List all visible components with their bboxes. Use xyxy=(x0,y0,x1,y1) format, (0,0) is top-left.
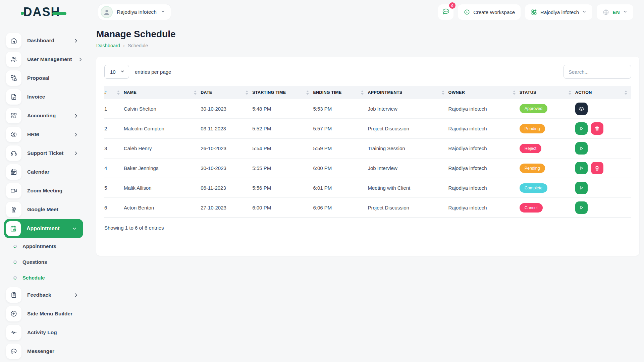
ending_time-cell: 6:06 PM xyxy=(313,198,368,218)
user-workspace-dropdown[interactable]: Rajodiya infotech xyxy=(98,4,171,20)
column-header-starting-time[interactable]: STARTING TIME xyxy=(252,86,313,99)
table-body: 1Calvin Shelton30-10-20235:48 PM5:53 PMJ… xyxy=(104,99,631,218)
sidebar-item-hrm[interactable]: HRM xyxy=(0,125,87,144)
sidebar-subitem-appointments[interactable]: Appointments xyxy=(0,238,87,254)
sidebar-item-appointment[interactable]: Appointment xyxy=(4,219,83,238)
sidebar-item-invoice[interactable]: Invoice xyxy=(0,87,87,106)
starting_time-cell: 5:48 PM xyxy=(252,99,313,119)
sidebar-item-messenger[interactable]: Messenger xyxy=(0,342,87,361)
sidebar-item-label: Appointment xyxy=(26,226,60,232)
sidebar-item-user-management[interactable]: User Management xyxy=(0,50,87,69)
column-label: DATE xyxy=(201,90,212,95)
messages-button[interactable]: 0 xyxy=(438,4,453,20)
appointment-calendar-icon xyxy=(6,221,21,236)
sidebar-item-zoom-meeting[interactable]: Zoom Meeting xyxy=(0,181,87,200)
trash-icon xyxy=(594,126,600,132)
sidebar-item-label: HRM xyxy=(27,131,39,137)
play-button[interactable] xyxy=(575,182,588,194)
sort-icon xyxy=(306,90,309,95)
ending_time-cell: 6:01 PM xyxy=(313,178,368,198)
starting_time-cell: 5:54 PM xyxy=(252,138,313,158)
table-header-row: #NAMEDATESTARTING TIMEENDING TIMEAPPOINT… xyxy=(104,86,631,99)
invoice-icon xyxy=(6,89,21,105)
appointment-cell: Project Discussion xyxy=(368,119,448,138)
sidebar-item-dashboard[interactable]: Dashboard xyxy=(0,31,87,50)
column-header-ending-time[interactable]: ENDING TIME xyxy=(313,86,368,99)
breadcrumb-dashboard-link[interactable]: Dashboard xyxy=(96,43,120,48)
search-input[interactable] xyxy=(564,65,631,79)
ending_time-cell: 5:57 PM xyxy=(313,119,368,138)
delete-button[interactable] xyxy=(591,162,603,174)
view-button[interactable] xyxy=(575,103,588,115)
play-icon xyxy=(579,185,584,191)
column-header-appointments[interactable]: APPOINTMENTS xyxy=(368,86,448,99)
sidebar-item-proposal[interactable]: Proposal xyxy=(0,69,87,87)
chevron-down-icon xyxy=(623,9,628,15)
column-header-action[interactable]: ACTION xyxy=(575,86,631,99)
headset-icon xyxy=(6,145,21,161)
column-header-date[interactable]: DATE xyxy=(201,86,252,99)
schedule-card: 10 entries per page #NAMEDATESTARTING TI… xyxy=(96,57,639,256)
starting_time-cell: 5:52 PM xyxy=(252,119,313,138)
topbar-actions: 0 Create Workspace Rajodiya infotech EN xyxy=(438,4,633,20)
status-badge: Approved xyxy=(520,104,548,113)
workspace-name-label: Rajodiya infotech xyxy=(540,9,579,15)
column-label: OWNER xyxy=(448,90,465,95)
name-cell: Acton Benton xyxy=(124,198,201,218)
sidebar-subitem-label: Questions xyxy=(22,259,47,265)
status-badge: Pending xyxy=(520,164,545,173)
num-cell: 3 xyxy=(104,138,124,158)
name-cell: Malcolm Compton xyxy=(124,119,201,138)
brand-logo[interactable]: DASH xyxy=(0,5,87,19)
sidebar-subitem-schedule[interactable]: Schedule xyxy=(0,270,87,286)
chevron-right-icon xyxy=(73,132,78,137)
appointment-cell: Project Discussion xyxy=(368,198,448,218)
topbar: DASH Rajodiya infotech 0 Create Workspac… xyxy=(0,0,644,24)
page-size-select[interactable]: 10 xyxy=(104,65,129,79)
column-header-name[interactable]: NAME xyxy=(124,86,201,99)
table-row: 2Malcolm Compton03-11-20235:52 PM5:57 PM… xyxy=(104,119,631,138)
table-row: 1Calvin Shelton30-10-20235:48 PM5:53 PMJ… xyxy=(104,99,631,119)
date-cell: 30-10-2023 xyxy=(201,158,252,178)
sidebar-item-calendar[interactable]: Calendar xyxy=(0,163,87,181)
sidebar-item-activity-log[interactable]: Activity Log xyxy=(0,323,87,342)
workspace-dropdown[interactable]: Rajodiya infotech xyxy=(525,4,592,20)
column-header-num[interactable]: # xyxy=(104,86,124,99)
users-icon xyxy=(6,52,21,67)
sidebar-item-side-menu-builder[interactable]: Side Menu Builder xyxy=(0,304,87,323)
ending_time-cell: 5:59 PM xyxy=(313,138,368,158)
bullet-circle-icon xyxy=(13,244,17,248)
sidebar-item-google-meet[interactable]: Google Meet xyxy=(0,200,87,219)
table-row: 3Caleb Henry26-10-20235:54 PM5:59 PMTrai… xyxy=(104,138,631,158)
num-cell: 4 xyxy=(104,158,124,178)
play-button[interactable] xyxy=(575,142,588,155)
sort-icon xyxy=(246,90,248,95)
appointment-cell: Training Session xyxy=(368,138,448,158)
status-cell: Complete xyxy=(520,178,575,198)
sidebar-item-label: Messenger xyxy=(27,348,54,354)
date-cell: 26-10-2023 xyxy=(201,138,252,158)
sidebar-subitem-label: Schedule xyxy=(22,275,45,281)
sidebar-item-label: Invoice xyxy=(27,94,45,100)
appointment-cell: Meeting with Client xyxy=(368,178,448,198)
play-button[interactable] xyxy=(575,122,588,135)
create-workspace-button[interactable]: Create Workspace xyxy=(458,4,521,20)
delete-button[interactable] xyxy=(591,122,603,135)
sidebar-item-accounting[interactable]: Accounting xyxy=(0,106,87,125)
action-cell xyxy=(575,178,631,198)
play-icon xyxy=(579,205,584,210)
play-button[interactable] xyxy=(575,201,588,214)
play-button[interactable] xyxy=(575,162,588,174)
language-dropdown[interactable]: EN xyxy=(597,4,633,20)
chevron-down-icon xyxy=(582,9,587,15)
status-cell: Pending xyxy=(520,158,575,178)
sidebar-item-feedback[interactable]: Feedback xyxy=(0,286,87,304)
column-header-owner[interactable]: OWNER xyxy=(448,86,520,99)
action-cell xyxy=(575,119,631,138)
name-cell: Malik Allison xyxy=(124,178,201,198)
column-header-status[interactable]: STATUS xyxy=(520,86,575,99)
sidebar-subitem-questions[interactable]: Questions xyxy=(0,254,87,270)
plus-circle-icon xyxy=(6,306,21,321)
sidebar-item-label: Feedback xyxy=(27,292,51,298)
sidebar-item-support-ticket[interactable]: Support Ticket xyxy=(0,144,87,163)
